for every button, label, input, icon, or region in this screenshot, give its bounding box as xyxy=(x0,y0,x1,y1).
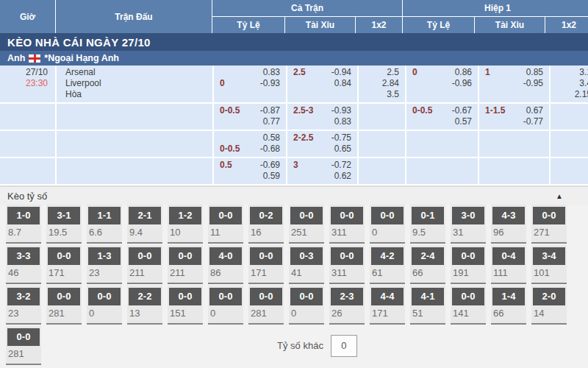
score-odd: 281 xyxy=(248,305,284,319)
score-row: 1-08.73-119.51-16.62-19.41-2100-0110-216… xyxy=(6,205,588,245)
h1-overunder-cell[interactable]: 10.85-0.95 xyxy=(479,66,549,102)
score-box[interactable]: 1-3 xyxy=(88,247,121,265)
score-cell: 0-0151 xyxy=(168,286,203,325)
ft-1x2-cell[interactable] xyxy=(359,158,405,184)
score-box[interactable]: 4-1 xyxy=(412,288,444,305)
ft-overunder-cell[interactable]: 2.5-3-0.930.83 xyxy=(287,104,357,130)
score-box[interactable]: 2-3 xyxy=(331,288,363,305)
score-box[interactable]: 0-0 xyxy=(48,288,80,305)
h1-1x2-cell[interactable]: 3.13.42.15 xyxy=(551,66,588,102)
score-box[interactable]: 0-4 xyxy=(492,247,525,265)
h1-handicap-cell[interactable] xyxy=(406,158,478,184)
ft-handicap-cell[interactable]: 0.5-0.690.59 xyxy=(214,158,286,184)
score-box[interactable]: 0-0 xyxy=(533,207,565,224)
odds-value: 0.59 xyxy=(220,171,280,182)
score-box[interactable]: 0-0 xyxy=(290,207,323,224)
score-box[interactable]: 0-0 xyxy=(129,247,161,265)
h1-handicap-cell[interactable]: 0-0.5-0.670.57 xyxy=(406,104,478,130)
match-cell xyxy=(57,131,212,157)
score-cell: 4-396 xyxy=(491,205,526,244)
ft-overunder-cell[interactable]: 2-2.5-0.750.65 xyxy=(287,131,357,157)
score-box[interactable]: 0-0 xyxy=(331,207,363,224)
score-cell: 0-0141 xyxy=(451,286,486,325)
score-box[interactable]: 0-1 xyxy=(412,207,444,224)
score-box[interactable]: 3-0 xyxy=(452,207,484,224)
score-box[interactable]: 0-2 xyxy=(250,207,282,224)
score-box[interactable]: 0-0 xyxy=(7,328,40,346)
score-box[interactable]: 0-3 xyxy=(290,247,323,265)
odds-row: 0.580-0.5-0.682-2.5-0.750.65 xyxy=(0,131,588,157)
h1-handicap-cell[interactable]: 00.86-0.96 xyxy=(406,66,478,102)
header-h1-handicap: Tỷ Lệ xyxy=(403,17,474,33)
score-box[interactable]: 0-0 xyxy=(48,247,80,265)
score-box[interactable]: 2-2 xyxy=(129,288,161,305)
odds-rows: 27/1023:30ArsenalLiverpoolHòa0.830-0.932… xyxy=(0,66,588,184)
collapse-arrow-icon[interactable]: ▲ xyxy=(556,192,563,200)
handicap-line: 0-0.5 xyxy=(220,105,240,116)
ft-overunder-cell[interactable]: 3-0.720.62 xyxy=(287,158,357,184)
score-box[interactable]: 3-1 xyxy=(48,207,80,224)
odds-value: -0.93 xyxy=(313,105,351,116)
score-box[interactable]: 0-0 xyxy=(371,207,404,224)
score-cell: 4-151 xyxy=(410,286,445,325)
score-box[interactable]: 3-4 xyxy=(533,247,565,265)
ft-handicap-cell[interactable]: 0-0.5-0.870.77 xyxy=(214,104,286,130)
ft-1x2-cell[interactable] xyxy=(359,104,405,130)
score-odd: 14 xyxy=(531,305,567,319)
header-firsthalf: Hiệp 1 xyxy=(403,0,588,16)
score-odd: 23 xyxy=(87,265,122,278)
ft-handicap-cell[interactable]: 0.580-0.5-0.68 xyxy=(214,131,286,157)
score-cell: 0-19.5 xyxy=(410,205,445,244)
score-box[interactable]: 1-0 xyxy=(7,207,40,224)
score-cell: 1-16.6 xyxy=(87,205,122,244)
match-cell xyxy=(57,104,212,130)
score-box[interactable]: 1-2 xyxy=(169,207,201,224)
ft-1x2-cell[interactable] xyxy=(359,131,405,157)
ft-overunder-cell[interactable]: 2.5-0.940.84 xyxy=(287,66,357,102)
score-box[interactable]: 4-4 xyxy=(371,288,404,305)
team-name: Hòa xyxy=(65,89,207,100)
h1-1x2-cell[interactable] xyxy=(551,104,588,130)
score-box[interactable]: 0-0 xyxy=(88,288,121,305)
score-box[interactable]: 0-0 xyxy=(331,247,363,265)
other-score-label: Tỷ số khác xyxy=(277,340,323,351)
h1-1x2-cell[interactable] xyxy=(551,131,588,157)
score-box[interactable]: 4-3 xyxy=(492,207,525,224)
score-box[interactable]: 4-2 xyxy=(371,247,404,265)
header-time: Giờ xyxy=(0,0,55,33)
handicap-line: 1-1.5 xyxy=(485,105,505,116)
h1-handicap-cell[interactable] xyxy=(406,131,478,157)
score-box[interactable]: 3-3 xyxy=(7,247,40,265)
h1-1x2-cell[interactable] xyxy=(551,158,588,184)
score-box[interactable]: 0-0 xyxy=(452,247,484,265)
score-box[interactable]: 0-0 xyxy=(169,247,201,265)
score-box[interactable]: 0-0 xyxy=(250,288,282,305)
score-box[interactable]: 0-0 xyxy=(290,288,323,305)
score-section-header: Kèo tỷ số ▲ xyxy=(0,187,588,205)
score-box[interactable]: 0-0 xyxy=(169,288,201,305)
h1-overunder-cell[interactable] xyxy=(479,131,549,157)
score-box[interactable]: 2-0 xyxy=(533,288,565,305)
score-box[interactable]: 0-0 xyxy=(209,288,242,305)
ft-1x2-cell[interactable]: 2.52.843.5 xyxy=(359,66,405,102)
score-box[interactable]: 0-0 xyxy=(209,207,242,224)
score-box[interactable]: 0-0 xyxy=(452,288,484,305)
score-box[interactable]: 2-4 xyxy=(412,247,444,265)
score-box[interactable]: 3-2 xyxy=(7,288,40,305)
score-box[interactable]: 2-1 xyxy=(129,207,161,224)
ft-handicap-cell[interactable]: 0.830-0.93 xyxy=(214,66,286,102)
handicap-line: 0 xyxy=(412,67,417,78)
score-box[interactable]: 1-4 xyxy=(492,288,525,305)
other-score-box[interactable]: 0 xyxy=(331,335,357,357)
score-row: 0-0281Tỷ số khác0 xyxy=(6,326,588,367)
score-cell: 0-0281 xyxy=(46,286,82,325)
score-box[interactable]: 0-0 xyxy=(250,247,282,265)
score-box[interactable]: 4-0 xyxy=(209,247,242,265)
h1-overunder-cell[interactable] xyxy=(479,158,549,184)
odds-value: -0.72 xyxy=(298,160,351,171)
handicap-line: 0-0.5 xyxy=(220,144,240,155)
h1-overunder-cell[interactable]: 1-1.50.67-0.77 xyxy=(479,104,549,130)
score-odd: 46 xyxy=(6,265,41,278)
score-cell: 3-119.5 xyxy=(46,205,82,244)
score-box[interactable]: 1-1 xyxy=(88,207,121,224)
